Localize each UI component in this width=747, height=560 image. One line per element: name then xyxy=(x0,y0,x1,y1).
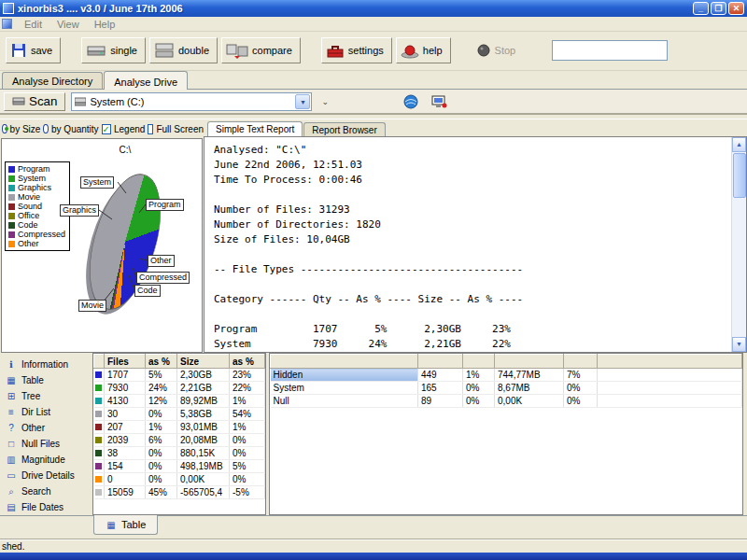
scan-button[interactable]: Scan xyxy=(4,92,65,111)
sidebar-item[interactable]: ▥ Magnitude xyxy=(0,452,91,468)
sidebar-item[interactable]: ▦ Table xyxy=(0,372,91,388)
sidebar-item-icon: ℹ xyxy=(6,359,17,370)
toolbar-text-input[interactable] xyxy=(552,40,668,61)
cell-attr-filler xyxy=(598,369,742,382)
close-button[interactable]: ✕ xyxy=(728,2,744,15)
tab-simple-text-report[interactable]: Simple Text Report xyxy=(207,121,303,137)
refresh-globe-button[interactable] xyxy=(400,91,422,112)
cell-filespct: 0% xyxy=(146,447,177,460)
drive-icon xyxy=(75,97,86,106)
legend-item: Program xyxy=(8,164,65,174)
cell-attr-name: Null xyxy=(271,395,418,408)
file-type-row[interactable]: 2039 6% 20,08MB 0% xyxy=(94,434,265,447)
scrollbar-thumb[interactable] xyxy=(733,153,746,198)
menu-view[interactable]: View xyxy=(50,18,86,31)
help-button[interactable]: help xyxy=(396,37,451,63)
cell-files: 207 xyxy=(105,421,146,434)
by-quantity-radio[interactable] xyxy=(43,124,49,133)
cell-size: 880,15K xyxy=(177,447,230,460)
file-type-row[interactable]: 7930 24% 2,21GB 22% xyxy=(94,382,265,395)
legend-item-label: Compressed xyxy=(18,230,65,239)
tab-table-view[interactable]: ▦ Table xyxy=(93,515,158,535)
cell-files: 7930 xyxy=(105,382,146,395)
file-type-row[interactable]: 4130 12% 89,92MB 1% xyxy=(94,395,265,408)
attribute-row[interactable]: System 165 0% 8,67MB 0% xyxy=(271,382,742,395)
file-type-row[interactable]: 38 0% 880,15K 0% xyxy=(94,447,265,460)
tab-analyse-directory[interactable]: Analyse Directory xyxy=(2,72,103,89)
cell-size: 89,92MB xyxy=(177,395,230,408)
maximize-button[interactable]: ❐ xyxy=(711,2,726,15)
combo-extra-arrow-icon[interactable]: ⌄ xyxy=(317,97,332,106)
table-view-icon: ▦ xyxy=(106,520,117,530)
sidebar-item[interactable]: ▭ Drive Details xyxy=(0,468,91,483)
drive-select[interactable]: System (C:) ▼ xyxy=(71,92,312,111)
mdi-child-icon[interactable] xyxy=(2,19,12,29)
double-button[interactable]: double xyxy=(149,37,218,63)
compare-button[interactable]: compare xyxy=(221,37,301,63)
cell-sizepct: 0% xyxy=(230,447,265,460)
chevron-down-icon[interactable]: ▼ xyxy=(295,94,310,109)
tab-report-browser[interactable]: Report Browser xyxy=(303,122,385,136)
file-type-row[interactable]: 1707 5% 2,30GB 23% xyxy=(94,369,265,382)
by-size-radio[interactable] xyxy=(2,124,7,133)
toolbox-icon xyxy=(326,42,345,59)
sidebar-item[interactable]: ? Other xyxy=(0,420,91,436)
legend-color-swatch xyxy=(8,231,15,238)
legend-checkbox[interactable]: ✓ xyxy=(102,124,111,134)
attribute-row[interactable]: Hidden 449 1% 744,77MB 7% xyxy=(271,369,742,382)
callout-movie: Movie xyxy=(78,300,106,312)
sidebar-item[interactable]: ℹ Information xyxy=(0,357,91,372)
legend-item-label: System xyxy=(18,174,46,183)
cell-size: 93,01MB xyxy=(177,421,230,434)
settings-button[interactable]: settings xyxy=(321,37,392,63)
full-screen-checkbox[interactable] xyxy=(148,124,153,134)
col-header-aspct1[interactable]: as % xyxy=(146,355,177,369)
report-scrollbar[interactable]: ▲ ▼ xyxy=(731,137,746,352)
legend-item-label: Code xyxy=(18,220,38,230)
cell-filespct: 0% xyxy=(146,473,177,486)
full-screen-label: Full Screen xyxy=(156,124,204,134)
scroll-down-arrow-icon[interactable]: ▼ xyxy=(732,337,746,352)
single-button[interactable]: single xyxy=(81,37,146,63)
sidebar-item[interactable]: ⊞ Tree xyxy=(0,388,91,404)
sidebar-item[interactable]: ▤ File Dates xyxy=(0,499,91,515)
cell-filespct: 6% xyxy=(146,434,177,447)
cell-filespct: 12% xyxy=(146,395,177,408)
col-header-aspct2[interactable]: as % xyxy=(230,355,265,369)
file-type-row[interactable]: 30 0% 5,38GB 54% xyxy=(94,408,265,421)
file-type-row[interactable]: 15059 45% -565705,4 -5% xyxy=(94,486,265,499)
status-text: shed. xyxy=(2,541,24,552)
sidebar-item-label: Null Files xyxy=(21,439,60,449)
menu-help[interactable]: Help xyxy=(88,18,122,31)
callout-program: Program xyxy=(146,199,184,211)
legend-item-label: Other xyxy=(18,239,39,248)
tab-analyse-drive[interactable]: Analyse Drive xyxy=(104,71,188,90)
sidebar-item[interactable]: ⌕ Search xyxy=(0,483,91,499)
by-size-label: by Size xyxy=(10,124,41,134)
file-type-row[interactable]: 207 1% 93,01MB 1% xyxy=(94,421,265,434)
cell-attr-size: 8,67MB xyxy=(495,382,564,395)
attribute-row[interactable]: Null 89 0% 0,00K 0% xyxy=(271,395,742,408)
by-quantity-label: by Quantity xyxy=(51,124,99,134)
legend-color-swatch xyxy=(8,175,15,182)
compare-drives-icon xyxy=(226,42,248,59)
color-column-header xyxy=(94,355,105,369)
callout-compressed: Compressed xyxy=(136,272,190,284)
col-header-files[interactable]: Files xyxy=(105,355,146,369)
minimize-button[interactable]: _ xyxy=(693,2,709,15)
scroll-up-arrow-icon[interactable]: ▲ xyxy=(732,137,746,152)
legend-color-swatch xyxy=(8,194,15,201)
sidebar-item-icon: ▦ xyxy=(6,375,17,385)
file-type-row[interactable]: 0 0% 0,00K 0% xyxy=(94,473,265,486)
col-header-size[interactable]: Size xyxy=(177,355,230,369)
cell-size: 2,21GB xyxy=(177,382,230,395)
table-view-label: Table xyxy=(121,519,146,530)
menu-edit[interactable]: Edit xyxy=(18,18,49,31)
file-type-row[interactable]: 154 0% 498,19MB 5% xyxy=(94,460,265,473)
report-line xyxy=(214,188,726,203)
stop-button[interactable]: Stop xyxy=(472,37,525,63)
sidebar-item[interactable]: ≡ Dir List xyxy=(0,404,91,420)
save-button[interactable]: save xyxy=(6,37,61,63)
sidebar-item[interactable]: □ Null Files xyxy=(0,436,91,452)
rescan-monitor-button[interactable] xyxy=(428,91,450,112)
